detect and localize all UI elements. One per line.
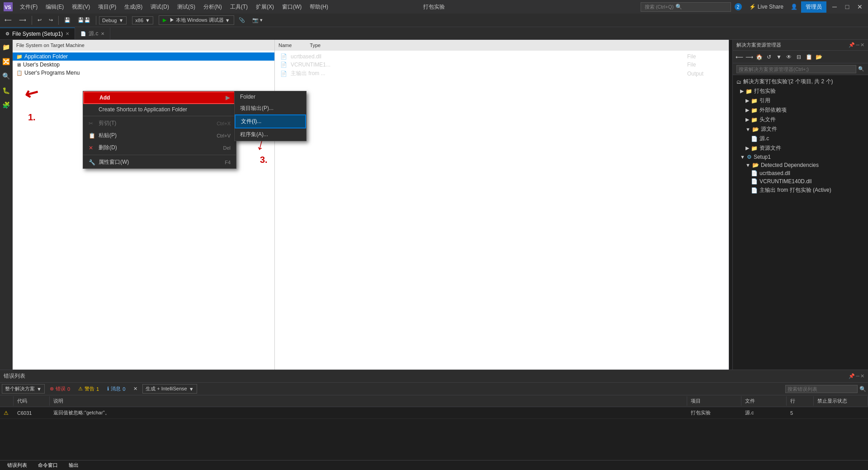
filter-btn[interactable]: ✕ bbox=[130, 384, 141, 394]
attach-button[interactable]: 📎 bbox=[236, 16, 248, 24]
file-item-ucrt[interactable]: 📄 ucrtbased.dll File bbox=[277, 52, 727, 61]
error-search-icon[interactable]: 🔍 bbox=[859, 386, 866, 392]
bottom-tab-errors[interactable]: 错误列表 bbox=[4, 461, 31, 470]
build-scope-dropdown[interactable]: 生成 + IntelliSense ▼ bbox=[142, 384, 197, 394]
se-btn-back[interactable]: ⟵ bbox=[735, 52, 744, 62]
undo-button[interactable]: ↩ bbox=[35, 16, 44, 24]
menu-view[interactable]: 视图(V) bbox=[68, 1, 94, 13]
se-file-source-c[interactable]: 📄 源.c bbox=[733, 134, 868, 143]
menu-analyze[interactable]: 分析(N) bbox=[200, 1, 226, 13]
se-btn-refresh[interactable]: ↺ bbox=[764, 52, 774, 62]
camera-button[interactable]: 📷 ▾ bbox=[250, 16, 265, 24]
bottom-tab-command[interactable]: 命令窗口 bbox=[34, 461, 61, 470]
col-header-type[interactable] bbox=[0, 396, 14, 406]
fs-item-application-folder[interactable]: 📁 Application Folder bbox=[13, 52, 274, 61]
ctx-create-shortcut[interactable]: Create Shortcut to Application Folder bbox=[83, 104, 236, 115]
activity-extensions[interactable]: 🧩 bbox=[1, 100, 12, 110]
menu-extensions[interactable]: 扩展(X) bbox=[252, 1, 278, 13]
save-button[interactable]: 💾 bbox=[61, 16, 73, 24]
tab-filesystem[interactable]: ⚙ File System (Setup1) ✕ bbox=[0, 28, 75, 39]
maximize-button[interactable]: □ bbox=[843, 2, 852, 11]
debug-mode-dropdown[interactable]: Debug ▼ bbox=[99, 16, 127, 24]
error-panel-float[interactable]: ─ bbox=[856, 373, 859, 379]
ctx-paste[interactable]: 📋 粘贴(P) Ctrl+V bbox=[83, 129, 236, 142]
bottom-tab-output[interactable]: 输出 bbox=[65, 461, 82, 470]
minimize-button[interactable]: ─ bbox=[830, 2, 839, 11]
col-header-desc[interactable]: 说明 bbox=[50, 396, 687, 406]
se-folder-source[interactable]: ▼ 📂 源文件 bbox=[733, 124, 868, 134]
se-btn-show-all[interactable]: 👁 bbox=[784, 52, 793, 62]
activity-git[interactable]: 🔀 bbox=[1, 56, 12, 67]
se-btn-home[interactable]: 🏠 bbox=[755, 52, 764, 62]
file-item-vcruntime[interactable]: 📄 VCRUNTIME1... File bbox=[277, 61, 727, 69]
ctx-add-assembly[interactable]: 程序集(A)... bbox=[235, 128, 306, 141]
se-file-vcruntime[interactable]: 📄 VCRUNTIME140D.dll bbox=[733, 177, 868, 185]
se-file-main-output[interactable]: 📄 主输出 from 打包实验 (Active) bbox=[733, 185, 868, 195]
ctx-add-folder[interactable]: Folder bbox=[235, 91, 306, 102]
fs-item-user-programs[interactable]: 📋 User's Programs Menu bbox=[13, 69, 274, 77]
se-folder-references[interactable]: ▶ 📁 引用 bbox=[733, 96, 868, 105]
ctx-properties[interactable]: 🔧 属性窗口(W) F4 bbox=[83, 156, 236, 168]
platform-dropdown[interactable]: x86 ▼ bbox=[132, 16, 153, 24]
se-search-icon[interactable]: 🔍 bbox=[858, 66, 864, 72]
se-pin-button[interactable]: 📌 bbox=[849, 42, 855, 48]
se-unpin-button[interactable]: ─ bbox=[856, 42, 859, 48]
error-row-0[interactable]: ⚠ C6031 返回值被忽略:"getchar"。 打包实验 源.c 5 bbox=[0, 407, 868, 419]
col-header-suppress[interactable]: 禁止显示状态 bbox=[814, 396, 868, 406]
se-btn-collapse[interactable]: ⊟ bbox=[794, 52, 803, 62]
message-count-btn[interactable]: ℹ 消息 0 bbox=[104, 384, 128, 394]
tab-source-close[interactable]: ✕ bbox=[101, 31, 104, 36]
menu-test[interactable]: 测试(S) bbox=[174, 1, 199, 13]
menu-tools[interactable]: 工具(T) bbox=[226, 1, 251, 13]
title-search[interactable]: 搜索 (Ctrl+Q) 🔍 bbox=[641, 2, 731, 12]
tab-filesystem-close[interactable]: ✕ bbox=[66, 31, 69, 36]
menu-help[interactable]: 帮助(H) bbox=[306, 1, 332, 13]
ctx-add-project-output[interactable]: 项目输出(P)... bbox=[235, 102, 306, 114]
error-count-btn[interactable]: ⊗ 错误 0 bbox=[47, 384, 73, 394]
live-share-button[interactable]: ⚡ Live Share bbox=[745, 2, 787, 12]
error-search-input[interactable] bbox=[785, 385, 858, 393]
menu-window[interactable]: 窗口(W) bbox=[278, 1, 305, 13]
run-button[interactable]: ▶ ▶ 本地 Windows 调试器 ▼ bbox=[159, 15, 234, 25]
warning-count-btn[interactable]: ⚠ 警告 1 bbox=[75, 384, 102, 394]
se-file-ucrtbased[interactable]: 📄 ucrtbased.dll bbox=[733, 169, 868, 177]
col-header-project[interactable]: 项目 bbox=[687, 396, 741, 406]
account-icon[interactable]: 👤 bbox=[791, 4, 797, 10]
activity-search[interactable]: 🔍 bbox=[1, 71, 12, 81]
manage-button[interactable]: 管理员 bbox=[801, 1, 826, 13]
error-scope-dropdown[interactable]: 整个解决方案 ▼ bbox=[2, 384, 45, 394]
col-header-code[interactable]: 代码 bbox=[14, 396, 50, 406]
se-btn-forward[interactable]: ⟶ bbox=[745, 52, 754, 62]
back-button[interactable]: ⟵ bbox=[2, 16, 14, 24]
ctx-add-file[interactable]: 文件(I)... bbox=[235, 114, 306, 128]
se-solution-root[interactable]: 🗂 解决方案'打包实验'(2 个项目, 共 2 个) bbox=[733, 77, 868, 86]
menu-project[interactable]: 项目(P) bbox=[94, 1, 120, 13]
ctx-add[interactable]: Add ▶ bbox=[83, 91, 236, 104]
save-all-button[interactable]: 💾💾 bbox=[75, 16, 93, 24]
activity-solution-explorer[interactable]: 📁 bbox=[1, 42, 12, 52]
redo-button[interactable]: ↪ bbox=[46, 16, 56, 24]
se-folder-resources[interactable]: ▶ 📁 资源文件 bbox=[733, 143, 868, 153]
col-header-line[interactable]: 行 bbox=[787, 396, 814, 406]
error-panel-close[interactable]: ✕ bbox=[860, 373, 864, 379]
menu-file[interactable]: 文件(F) bbox=[16, 1, 41, 13]
ctx-cut[interactable]: ✂ 剪切(T) Ctrl+X bbox=[83, 117, 236, 129]
se-btn-properties[interactable]: 📋 bbox=[804, 52, 813, 62]
se-btn-open-folder[interactable]: 📂 bbox=[814, 52, 823, 62]
close-button[interactable]: ✕ bbox=[855, 2, 864, 11]
se-folder-detected-deps[interactable]: ▼ 📂 Detected Dependencies bbox=[733, 161, 868, 169]
se-btn-filter[interactable]: ▼ bbox=[774, 52, 783, 62]
fs-item-user-desktop[interactable]: 🖥 User's Desktop bbox=[13, 61, 274, 69]
se-project-packaging[interactable]: ▶ 📁 打包实验 bbox=[733, 86, 868, 96]
file-item-output[interactable]: 📄 主输出 from ... Output bbox=[277, 69, 727, 78]
ctx-delete[interactable]: ✕ 删除(D) Del bbox=[83, 142, 236, 154]
menu-edit[interactable]: 编辑(E) bbox=[42, 1, 67, 13]
notification-badge[interactable]: 2 bbox=[735, 3, 742, 10]
activity-debug[interactable]: 🐛 bbox=[1, 85, 12, 96]
se-close-button[interactable]: ✕ bbox=[860, 42, 864, 48]
se-folder-headers[interactable]: ▶ 📁 头文件 bbox=[733, 115, 868, 124]
col-header-file[interactable]: 文件 bbox=[741, 396, 787, 406]
error-panel-pin[interactable]: 📌 bbox=[849, 373, 855, 379]
se-project-setup1[interactable]: ▼ ⚙ Setup1 bbox=[733, 153, 868, 161]
se-folder-external-deps[interactable]: ▶ 📁 外部依赖项 bbox=[733, 105, 868, 115]
